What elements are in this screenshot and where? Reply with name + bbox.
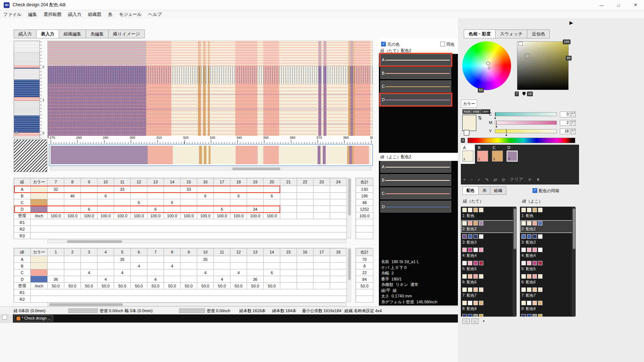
value-cell[interactable] [147,193,164,199]
secondary-color-swatch[interactable] [464,130,469,135]
value-cell[interactable] [330,269,347,276]
value-cell[interactable] [230,199,247,206]
value-cell[interactable] [230,186,247,193]
colorway-sync-checkbox[interactable]: 配色の同期 [532,187,559,194]
menu-item-4[interactable]: 縞入力 [65,10,85,18]
value-cell[interactable] [314,186,330,193]
special-tool-icon[interactable]: ✳ [528,177,531,182]
value-cell[interactable] [197,263,214,269]
hue-marker-small[interactable] [488,67,490,69]
value-cell[interactable] [164,276,181,283]
row-color-swatch[interactable]: /inch [31,283,48,289]
value-cell[interactable] [297,263,314,269]
row-color-swatch[interactable] [31,199,48,206]
palette-tab-配色[interactable]: 配色 [462,186,479,195]
value-cell[interactable] [314,199,330,206]
current-color-swatch[interactable] [462,115,476,131]
slider-spinner[interactable]: ▲▼ [571,128,576,134]
menu-item-3[interactable]: 選択範囲 [40,10,65,18]
value-cell[interactable] [230,256,247,263]
value-cell[interactable] [264,256,280,263]
list-down-button[interactable]: ↓ [471,318,479,324]
value-cell[interactable] [97,256,114,263]
value-cell[interactable] [214,199,230,206]
weft-bar-A[interactable]: A [380,161,451,173]
scrollbar-thumb[interactable] [348,179,351,216]
value-cell[interactable] [214,193,230,199]
value-cell[interactable] [147,269,164,276]
value-cell[interactable]: 100.0 [230,213,247,219]
value-cell[interactable]: 50.0 [247,283,264,289]
weft-bar-B[interactable]: B [380,174,451,186]
value-cell[interactable] [147,263,164,269]
value-cell[interactable] [247,263,264,269]
clear-tool-icon[interactable]: クリア [510,176,523,183]
value-cell[interactable] [147,186,164,193]
colorway-swatch-A[interactable]: 1 [462,151,473,162]
checkbox-checked-icon[interactable] [381,42,386,46]
value-cell[interactable]: 100.0 [114,213,131,219]
value-cell[interactable] [230,276,247,283]
value-cell[interactable]: 35 [114,256,131,263]
value-cell[interactable]: 50.0 [164,283,181,289]
weft-palette-3[interactable]: 3: 配色3 [520,233,575,246]
value-cell[interactable] [48,199,64,206]
value-cell[interactable]: 50.0 [214,283,230,289]
value-cell[interactable]: 6 [214,206,230,213]
slider-triangle-icon[interactable]: ▲ [495,125,498,128]
hue-wheel[interactable] [462,41,511,90]
value-cell[interactable]: 100.0 [164,213,181,219]
value-cell[interactable]: 100.0 [131,213,147,219]
slider-track[interactable] [495,129,557,133]
value-cell[interactable] [314,193,330,199]
value-cell[interactable] [114,193,131,199]
value-cell[interactable] [280,193,297,199]
edit-tool-icon[interactable]: ✎ [485,177,489,182]
value-cell[interactable] [164,256,181,263]
value-cell[interactable]: 32 [48,186,64,193]
value-cell[interactable] [131,186,147,193]
value-cell[interactable] [48,269,64,276]
add-tool-icon[interactable]: + [463,177,466,182]
value-cell[interactable]: 4 [197,269,214,276]
swap-colors-icon[interactable]: ⇅ [478,115,482,121]
value-cell[interactable] [164,206,181,213]
value-cell[interactable] [48,256,64,263]
value-cell[interactable] [64,263,81,269]
band-horizontal-scrollbar[interactable] [50,167,372,170]
strip-scroll-dot[interactable] [15,132,18,135]
warp-palette-7[interactable]: 7: 配色7 [461,286,516,300]
hue-marker[interactable] [486,62,490,65]
weave-structure-preview[interactable] [14,139,47,172]
value-cell[interactable] [247,256,264,263]
value-cell[interactable] [81,199,97,206]
value-cell[interactable] [147,199,164,206]
value-cell[interactable] [330,256,347,263]
empty-row-cell[interactable] [31,296,347,303]
value-cell[interactable]: 100.0 [197,213,214,219]
warp-palette-8[interactable]: 8: 配色8 [461,300,516,313]
weft-table-vscrollbar[interactable] [347,248,351,302]
value-cell[interactable] [297,213,314,219]
value-cell[interactable] [280,269,297,276]
value-cell[interactable] [297,276,314,283]
value-cell[interactable]: 6 [164,199,181,206]
square-mode-icon[interactable] [518,42,523,46]
empty-row-cell[interactable] [31,289,347,296]
value-cell[interactable]: 4 [131,263,147,269]
tab-糸編集[interactable]: 糸編集 [86,30,109,38]
value-cell[interactable] [314,283,330,289]
slider-spinner[interactable]: ▲▼ [571,120,576,126]
value-cell[interactable] [297,269,314,276]
value-cell[interactable] [64,269,81,276]
tab-縞入力[interactable]: 縞入力 [14,30,37,38]
value-cell[interactable]: 46 [64,193,81,199]
color-tab-近似色[interactable]: 近似色 [527,30,550,38]
value-cell[interactable] [214,263,230,269]
value-cell[interactable] [264,263,280,269]
warp-bar-C[interactable]: C [380,80,451,92]
value-cell[interactable] [314,276,330,283]
value-cell[interactable]: 33 [114,186,131,193]
value-cell[interactable] [181,193,197,199]
value-cell[interactable] [64,186,81,193]
